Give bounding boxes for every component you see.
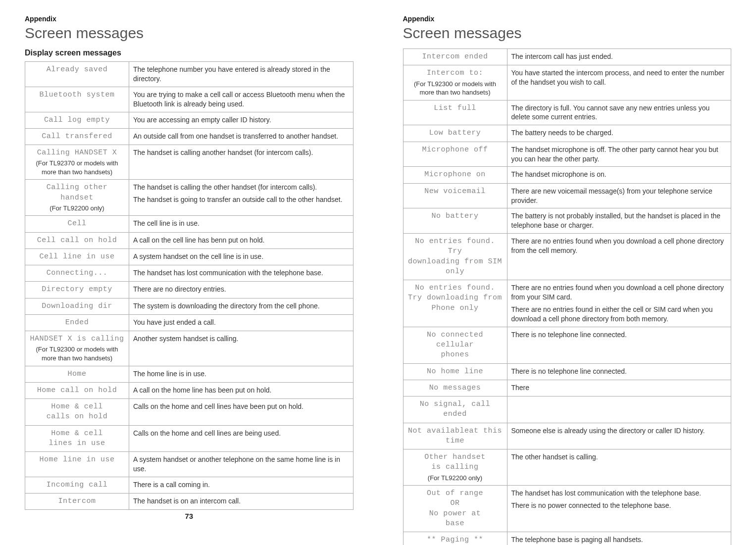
message-key-cell: No battery: [403, 208, 507, 234]
message-key-cell: No signal, call ended: [403, 396, 507, 423]
message-desc-cell: There are new voicemail message(s) from …: [507, 183, 731, 208]
lcd-line: Home call on hold: [29, 386, 125, 396]
message-key-cell: Home & cellcalls on hold: [25, 399, 129, 426]
lcd-line: No home line: [407, 367, 503, 377]
lcd-text: List full: [407, 103, 503, 113]
lcd-line: downloading from SIM: [407, 257, 503, 267]
messages-table-right: Intercom endedThe intercom call has just…: [403, 49, 732, 545]
table-row: Incoming callThere is a call coming in.: [25, 477, 353, 493]
lcd-line: time: [407, 436, 503, 446]
message-desc-cell: There are no entries found when you down…: [507, 234, 731, 280]
table-row: Call log emptyYou are accessing an empty…: [25, 112, 353, 128]
message-desc: There is a call coming in.: [133, 480, 349, 490]
message-desc: There are no directory entries.: [133, 285, 349, 294]
table-row: Microphone offThe handset microphone is …: [403, 142, 731, 167]
message-desc: The telephone number you have entered is…: [133, 65, 349, 84]
lcd-text: Cell call on hold: [29, 236, 125, 246]
table-row: Directory emptyThere are no directory en…: [25, 282, 353, 298]
table-row: List fullThe directory is full. You cann…: [403, 100, 731, 125]
table-row: ** Paging **The telephone base is paging…: [403, 532, 731, 545]
lcd-text: Directory empty: [29, 285, 125, 295]
message-desc: The handset has lost communication with …: [133, 268, 349, 278]
lcd-text: ** Paging **: [407, 535, 503, 545]
message-desc-cell: Another system handset is calling.: [129, 331, 353, 366]
message-desc-cell: A call on the home line has been put on …: [129, 382, 353, 398]
message-desc: You have started the intercom process, a…: [511, 68, 727, 87]
message-desc: There is no power connected to the telep…: [511, 501, 727, 510]
message-key-cell: Other handsetis calling(For TL92200 only…: [403, 449, 507, 486]
lcd-text: Calling other handset: [29, 183, 125, 203]
message-key-cell: Ended: [25, 314, 129, 331]
table-row: No entries found.Try downloading fromPho…: [403, 280, 731, 327]
table-row: No signal, call ended: [403, 396, 731, 423]
message-key-cell: Call transfered: [25, 128, 129, 145]
lcd-line: lines in use: [29, 439, 125, 448]
table-row: Calling other handset(For TL92200 only)T…: [25, 180, 353, 216]
lcd-text: No battery: [407, 211, 503, 221]
message-desc: The directory is full. You cannot save a…: [511, 103, 727, 122]
message-key-cell: Cell line in use: [25, 248, 129, 265]
message-desc-cell: You are trying to make a cell call or ac…: [129, 87, 353, 112]
lcd-line: Calling other handset: [29, 183, 125, 203]
appendix-label: Appendix: [403, 15, 732, 23]
lcd-line: No battery: [407, 211, 503, 221]
table-row: Other handsetis calling(For TL92200 only…: [403, 449, 731, 486]
message-desc: You are accessing an empty caller ID his…: [133, 115, 349, 125]
lcd-text: Downloading dir: [29, 301, 125, 311]
lcd-text: Cell: [29, 219, 125, 229]
table-row: Out of rangeORNo power atbaseThe handset…: [403, 486, 731, 532]
lcd-text: Intercom to:: [407, 68, 503, 78]
lcd-line: No connected cellular: [407, 330, 503, 350]
lcd-line: Cell line in use: [29, 252, 125, 262]
lcd-text: Call log empty: [29, 115, 125, 125]
message-key-cell: Connecting...: [25, 265, 129, 282]
message-desc-cell: There: [507, 380, 731, 396]
model-note: (For TL92370 or models with more than tw…: [29, 159, 125, 176]
table-row: No batteryThe battery is not probably in…: [403, 208, 731, 234]
message-key-cell: Downloading dir: [25, 298, 129, 314]
message-desc: There are new voicemail message(s) from …: [511, 187, 727, 205]
message-desc-cell: The handset is on an intercom call.: [129, 494, 353, 510]
message-desc-cell: There are no directory entries.: [129, 282, 353, 298]
table-row: EndedYou have just ended a call.: [25, 314, 353, 331]
lcd-line: Not availableat this: [407, 426, 503, 436]
message-key-cell: Already saved: [25, 62, 129, 87]
message-desc-cell: The handset microphone is off. The other…: [507, 142, 731, 167]
model-note: (For TL92300 or models with more than tw…: [407, 80, 503, 97]
message-desc: The handset is going to transfer an outs…: [133, 195, 349, 204]
lcd-line: HANDSET X is calling: [29, 334, 125, 344]
table-row: Home & cellcalls on holdCalls on the hom…: [25, 399, 353, 426]
model-note: (For TL92200 only): [407, 474, 503, 483]
lcd-line: Connecting...: [29, 268, 125, 278]
table-row: New voicemailThere are new voicemail mes…: [403, 183, 731, 208]
lcd-text: New voicemail: [407, 187, 503, 197]
message-desc-cell: The other handset is calling.: [507, 449, 731, 486]
table-row: Home & celllines in useCalls on the home…: [25, 425, 353, 452]
lcd-line: Home: [29, 369, 125, 379]
message-key-cell: Intercom ended: [403, 49, 507, 65]
message-desc: A system handset or another telephone on…: [133, 455, 349, 474]
lcd-text: No connected cellularphones: [407, 330, 503, 360]
message-desc: There are no entries found in either the…: [511, 305, 727, 324]
message-desc-cell: The battery needs to be charged.: [507, 125, 731, 142]
message-desc-cell: The handset is calling another handset (…: [129, 145, 353, 180]
message-key-cell: HANDSET X is calling(For TL92300 or mode…: [25, 331, 129, 366]
message-desc-cell: The telephone base is paging all handset…: [507, 532, 731, 545]
lcd-text: Microphone off: [407, 145, 503, 155]
message-key-cell: New voicemail: [403, 183, 507, 208]
message-desc: The cell line is in use.: [133, 219, 349, 228]
lcd-text: No entries found.Try downloading fromPho…: [407, 283, 503, 313]
lcd-line: Bluetooth system: [29, 90, 125, 100]
message-desc: The telephone base is paging all handset…: [511, 535, 727, 545]
lcd-text: Home & celllines in use: [29, 429, 125, 449]
lcd-line: Downloading dir: [29, 301, 125, 311]
message-desc-cell: A system handset on the cell line is in …: [129, 248, 353, 265]
table-row: Connecting...The handset has lost commun…: [25, 265, 353, 282]
message-key-cell: List full: [403, 100, 507, 125]
lcd-line: Cell: [29, 219, 125, 229]
lcd-line: Home & cell: [29, 402, 125, 412]
message-key-cell: Incoming call: [25, 477, 129, 493]
table-row: No messagesThere: [403, 380, 731, 396]
table-row: No home lineThere is no telephone line c…: [403, 363, 731, 380]
lcd-line: Home & cell: [29, 429, 125, 439]
